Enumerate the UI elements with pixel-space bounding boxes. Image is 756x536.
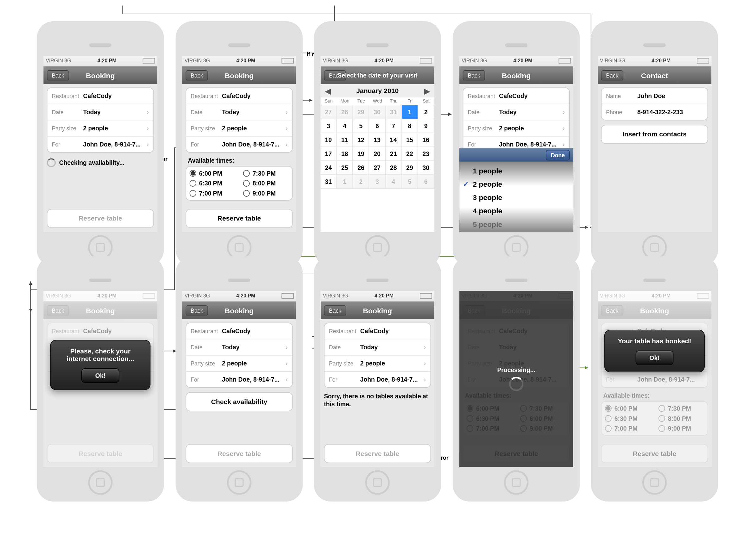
available-label: Available times: [186,157,292,164]
alert-booked: Your table has booked! Ok! [604,330,705,372]
alert-internet: Please, check your internet connection..… [50,340,151,390]
calendar-day[interactable]: 19 [353,147,369,161]
calendar-day[interactable]: 5 [353,119,369,133]
calendar-day[interactable]: 24 [321,161,337,175]
month-label: January 2010 [356,87,398,95]
time-option[interactable]: 6:00 PM [189,170,235,177]
calendar-day[interactable]: 29 [402,161,418,175]
spinner-icon [509,377,524,391]
phone-contact: VIRGIN 3G4:20 PM BackContact NameJohn Do… [591,21,718,266]
calendar-day[interactable]: 9 [418,119,434,133]
calendar-day[interactable]: 21 [386,147,402,161]
phone-calendar: VIRGIN 3G4:20 PM BackSelect the date of … [314,21,441,266]
calendar-day[interactable]: 12 [353,133,369,147]
calendar-day[interactable]: 25 [337,161,353,175]
calendar-day: 31 [386,105,402,119]
processing-overlay: Processing... [459,291,573,467]
phone-picker: VIRGIN 3G4:20 PM BackBooking RestaurantC… [453,21,580,266]
calendar-day[interactable]: 7 [386,119,402,133]
calendar-day: 2 [353,175,369,189]
calendar-day[interactable]: 30 [418,161,434,175]
phone-notables: VIRGIN 3G4:20 PM BackBooking RestaurantC… [314,256,441,502]
calendar-day[interactable]: 31 [321,175,337,189]
calendar-day: 28 [337,105,353,119]
calendar-day[interactable]: 27 [369,161,386,175]
reserve-button[interactable]: Reserve table [186,209,292,228]
spinner-icon [47,158,56,167]
calendar-day[interactable]: 2 [418,105,434,119]
next-month-icon[interactable]: ▶ [424,87,430,95]
row-party[interactable]: Party size2 people› [48,120,154,136]
row-date[interactable]: DateToday› [48,104,154,120]
calendar-day: 29 [353,105,369,119]
calendar-day: 3 [369,175,386,189]
phone-1: VIRGIN 3G4:20 PM BackBooking RestaurantC… [37,21,164,266]
ok-button[interactable]: Ok! [636,351,673,365]
back-button[interactable]: Back [47,70,69,81]
party-picker[interactable]: Done 1 people ✓2 people 3 people 4 peopl… [459,148,573,232]
calendar-day[interactable]: 10 [321,133,337,147]
calendar-day: 4 [386,175,402,189]
calendar-day[interactable]: 3 [321,119,337,133]
calendar-day[interactable]: 20 [369,147,386,161]
calendar-day[interactable]: 15 [402,133,418,147]
phone-2: VIRGIN 3G4:20 PM BackBooking RestaurantC… [176,21,303,266]
row-phone[interactable]: Phone8-914-322-2-233 [601,104,707,119]
calendar-day[interactable]: 22 [402,147,418,161]
calendar-day[interactable]: 8 [402,119,418,133]
reserve-button: Reserve table [47,209,154,228]
phone-booked: VIRGIN 3G4:20 PM BackBooking RestaurantC… [591,256,718,502]
calendar-day[interactable]: 6 [369,119,386,133]
calendar-day[interactable]: 13 [369,133,386,147]
calendar-day[interactable]: 26 [353,161,369,175]
row-name[interactable]: NameJohn Doe [601,88,707,104]
row-for[interactable]: ForJohn Doe, 8-914-7...› [48,136,154,152]
times-list: 6:00 PM 7:30 PM 6:30 PM 8:00 PM 7:00 PM … [186,166,292,201]
calendar-day: 27 [321,105,337,119]
calendar-day[interactable]: 23 [418,147,434,161]
back-button[interactable]: Back [186,70,208,81]
calendar-day[interactable]: 28 [386,161,402,175]
checking-status: Checking availability... [47,158,154,167]
calendar-grid: 2728293031123456789101112131415161718192… [321,105,434,189]
calendar-day[interactable]: 17 [321,147,337,161]
check-availability-button[interactable]: Check availability [186,392,292,411]
calendar-day[interactable]: 4 [337,119,353,133]
calendar-day[interactable]: 14 [386,133,402,147]
calendar-day[interactable]: 11 [337,133,353,147]
prev-month-icon[interactable]: ◀ [325,87,331,95]
done-button[interactable]: Done [546,150,570,160]
back-button[interactable]: Back [324,70,346,81]
calendar-day[interactable]: 18 [337,147,353,161]
phone-processing: VIRGIN 3G4:20 PM BackBooking RestaurantC… [453,256,580,502]
row-restaurant: RestaurantCafeCody [48,88,154,104]
phone-error: VIRGIN 3G4:20 PM BackBooking RestaurantC… [37,256,164,502]
calendar-day: 5 [402,175,418,189]
calendar-day: 6 [418,175,434,189]
calendar-day[interactable]: 16 [418,133,434,147]
ok-button[interactable]: Ok! [81,368,120,383]
calendar-day: 30 [369,105,386,119]
calendar-day[interactable]: 1 [402,105,418,119]
chevron-right-icon: › [147,108,149,116]
no-tables-message: Sorry, there is no tables available at t… [324,392,431,408]
booking-table: RestaurantCafeCody DateToday› Party size… [47,87,154,152]
phone-check: VIRGIN 3G4:20 PM BackBooking RestaurantC… [176,256,303,502]
calendar-day: 1 [337,175,353,189]
insert-contacts-button[interactable]: Insert from contacts [601,125,708,144]
